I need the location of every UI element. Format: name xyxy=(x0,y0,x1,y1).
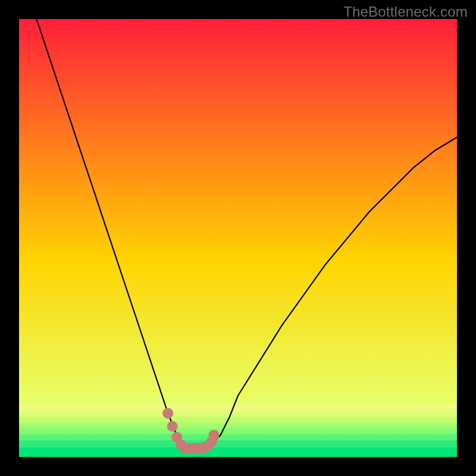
svg-rect-2 xyxy=(19,416,457,422)
highlight-dot xyxy=(209,430,220,440)
watermark-text: TheBottleneck.com xyxy=(343,4,468,20)
chart-plot xyxy=(19,19,457,457)
gradient-background xyxy=(19,19,457,457)
highlight-dot xyxy=(167,421,178,432)
svg-rect-3 xyxy=(19,422,457,428)
svg-rect-1 xyxy=(19,411,457,416)
svg-rect-0 xyxy=(19,405,457,411)
bottom-banding xyxy=(19,405,457,457)
svg-rect-5 xyxy=(19,434,457,440)
svg-rect-4 xyxy=(19,428,457,434)
highlight-dot xyxy=(162,408,173,418)
svg-rect-6 xyxy=(19,440,457,447)
outer-frame: TheBottleneck.com xyxy=(0,0,476,476)
svg-rect-7 xyxy=(19,447,457,457)
